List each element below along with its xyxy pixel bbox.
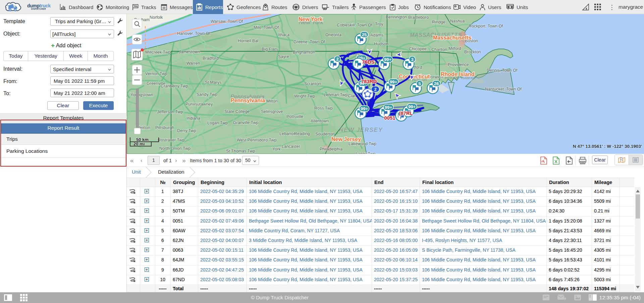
svg-text:Oneonta: Oneonta (325, 33, 341, 37)
svg-text:Milford: Milford (448, 46, 461, 51)
svg-text:Big Flats: Big Flats (262, 47, 278, 52)
svg-text:(87RL: (87RL (399, 110, 413, 116)
svg-text:Logan Twp: Logan Twp (207, 121, 228, 125)
svg-text:783RD: 783RD (361, 78, 377, 84)
svg-text:Brockton: Brockton (464, 50, 481, 54)
svg-text:Pittsburgh: Pittsburgh (155, 125, 174, 130)
svg-text:Reading: Reading (294, 131, 310, 136)
svg-text:Lacey Twp: Lacey Twp (356, 152, 376, 154)
svg-text:99+: 99+ (385, 105, 392, 110)
svg-text:Bradford: Bradford (203, 56, 219, 61)
svg-text:Dennis, Town Of: Dennis, Town Of (487, 68, 518, 73)
svg-text:2: 2 (374, 87, 376, 92)
svg-text:3: 3 (411, 57, 413, 62)
svg-text:Hudson: Hudson (374, 42, 388, 46)
svg-text:New Jersey: New Jersey (331, 136, 361, 142)
svg-text:Millcreek Twp: Millcreek Twp (145, 50, 171, 55)
svg-text:26: 26 (434, 81, 439, 86)
svg-text:St Marys: St Marys (205, 80, 221, 85)
svg-text:Wright Twp: Wright Twp (294, 94, 315, 99)
svg-text:N 47° 13.0561' : W -122° 30.19: N 47° 13.0561' : W -122° 30.1903' (573, 144, 642, 149)
svg-text:Rhode Island: Rhode Island (441, 71, 474, 77)
svg-text:Lebanon: Lebanon (279, 131, 296, 136)
svg-text:Warsaw, Town Of: Warsaw, Town Of (211, 19, 243, 24)
svg-text:99+: 99+ (361, 106, 368, 111)
svg-text:Ithaca: Ithaca (278, 33, 289, 37)
svg-text:York: York (272, 147, 281, 152)
svg-text:Troy: Troy (375, 22, 383, 26)
svg-text:Vernon Twp: Vernon Twp (145, 71, 167, 76)
svg-text:25: 25 (362, 32, 367, 37)
svg-text:Connecticut: Connecticut (399, 74, 430, 79)
svg-text:99+: 99+ (384, 57, 391, 62)
svg-text:Bennington: Bennington (386, 15, 407, 19)
svg-text:Cranberry Twp: Cranberry Twp (161, 84, 188, 88)
svg-text:Souderton: Souderton (315, 132, 335, 136)
svg-text:Providence: Providence (448, 62, 469, 67)
svg-text:St Thomas Twp: St Thomas Twp (226, 149, 255, 154)
svg-text:Lakewood Twp: Lakewood Twp (348, 141, 376, 146)
svg-text:Lehman Twp: Lehman Twp (324, 93, 347, 97)
svg-text:Rostraver Twp: Rostraver Twp (158, 138, 184, 142)
svg-text:Pottsville: Pottsville (286, 114, 303, 119)
svg-text:Punxsutawney: Punxsutawney (185, 102, 213, 107)
svg-text:Adams: Adams (370, 33, 383, 38)
svg-text:Hornell Bal: Hornell Bal (238, 39, 258, 43)
svg-text:Massachusetts: Massachusetts (433, 35, 472, 41)
svg-text:Jefferson Twp: Jefferson Twp (157, 110, 183, 114)
svg-text:Chicopee: Chicopee (409, 47, 427, 51)
svg-text:2: 2 (336, 57, 338, 62)
svg-text:Allentown: Allentown (311, 119, 329, 123)
svg-text:20 mi: 20 mi (133, 141, 145, 146)
svg-text:Rockport, Town Of: Rockport, Town Of (469, 24, 503, 28)
svg-text:Pennsylvania: Pennsylvania (231, 98, 265, 103)
svg-text:Nashua: Nashua (450, 19, 465, 23)
svg-text:0051: 0051 (384, 115, 395, 121)
svg-text:Philadelphia: Philadelphia (320, 147, 342, 152)
svg-text:Warren: Warren (186, 61, 200, 66)
svg-text:Rindge: Rindge (432, 20, 445, 24)
svg-text:Sayre: Sayre (278, 54, 289, 59)
svg-text:State College: State College (224, 109, 250, 114)
svg-text:Nantucket, Town Of: Nantucket, Town Of (485, 87, 522, 92)
svg-text:NEW JERSEY: NEW JERSEY (339, 127, 383, 133)
svg-text:Derry Twp: Derry Twp (177, 128, 196, 133)
svg-text:Lancaster: Lancaster (282, 144, 300, 149)
svg-text:Ross Twp: Ross Twp (314, 106, 333, 111)
svg-text:Selinsgrove: Selinsgrove (261, 109, 283, 114)
svg-text:Charlton: Charlton (431, 47, 447, 52)
svg-text:76DS: 76DS (362, 59, 375, 65)
svg-text:Youngstown: Youngstown (130, 93, 153, 97)
svg-text:Jamestown: Jamestown (179, 50, 200, 54)
svg-text:5: 5 (418, 81, 421, 86)
svg-text:Indiana: Indiana (186, 116, 200, 121)
svg-text:West Pennsboro Twp: West Pennsboro Twp (237, 138, 276, 142)
svg-text:Brattleboro: Brattleboro (408, 15, 429, 20)
svg-text:Milo, Town Of: Milo, Town Of (254, 25, 279, 30)
svg-text:Hanover, Town Of: Hanover, Town Of (177, 31, 211, 36)
svg-text:99+: 99+ (390, 79, 397, 84)
svg-text:Cobleskill, Town Of: Cobleskill, Town Of (337, 23, 373, 27)
svg-text:North Union Twp: North Union Twp (159, 146, 191, 151)
svg-text:Granville Twp: Granville Twp (233, 120, 259, 125)
svg-text:Norfolk: Norfolk (150, 15, 163, 20)
svg-text:Milton: Milton (266, 99, 277, 104)
svg-text:Scranton: Scranton (304, 81, 321, 86)
svg-text:Binghamton: Binghamton (293, 50, 315, 55)
svg-text:Greene, Town Of: Greene, Town Of (293, 40, 325, 44)
svg-text:New York: New York (299, 16, 323, 22)
svg-text:Sandy Twp: Sandy Twp (197, 92, 217, 97)
svg-text:99+: 99+ (408, 104, 416, 109)
